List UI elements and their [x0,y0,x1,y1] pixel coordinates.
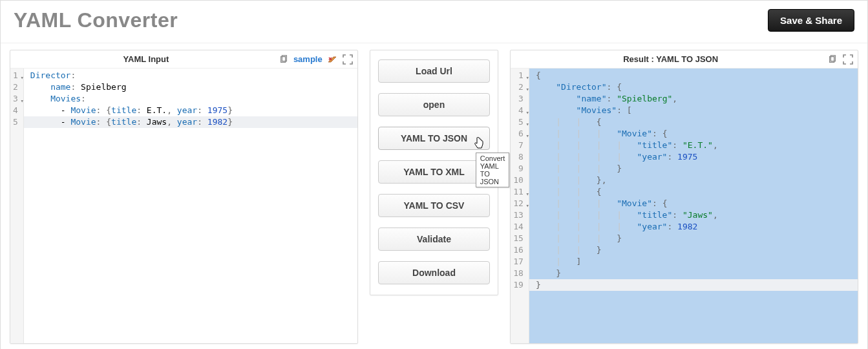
validate-button[interactable]: Validate [378,227,491,251]
yaml-input-title: YAML Input [14,54,278,64]
yaml-to-csv-button[interactable]: YAML TO CSV [378,194,491,217]
yaml-input-panel: YAML Input sample 12345 Director: [10,50,358,344]
page-title: YAML Converter [14,8,178,32]
input-gutter: 12345 [10,69,24,343]
result-panel: Result : YAML TO JSON 123456789101112131… [510,50,858,344]
yaml-input-header: YAML Input sample [10,50,357,69]
load-url-button[interactable]: Load Url [378,59,491,83]
yaml-to-json-button[interactable]: YAML TO JSON [378,127,491,150]
download-button[interactable]: Download [378,261,491,284]
copy-icon[interactable] [278,54,290,65]
fullscreen-result-icon[interactable] [842,54,854,65]
input-code[interactable]: Director: name: Spielberg Movies: - Movi… [24,69,357,343]
save-share-button[interactable]: Save & Share [768,9,854,32]
clear-icon[interactable] [326,54,338,65]
yaml-input-editor[interactable]: 12345 Director: name: Spielberg Movies: … [10,69,357,343]
result-editor[interactable]: 12345678910111213141516171819 { "Directo… [511,69,858,343]
copy-result-icon[interactable] [827,54,838,65]
sample-link[interactable]: sample [293,54,323,64]
yaml-to-xml-button[interactable]: YAML TO XML [378,160,491,184]
header: YAML Converter Save & Share [1,1,867,43]
output-gutter: 12345678910111213141516171819 [511,69,529,343]
open-button[interactable]: open [378,93,491,116]
fullscreen-icon[interactable] [342,54,354,65]
result-header: Result : YAML TO JSON [511,50,858,69]
tooltip: Convert YAML TO JSON [476,153,510,187]
workspace: YAML Input sample 12345 Director: [1,43,867,349]
result-title: Result : YAML TO JSON [514,54,827,64]
output-code[interactable]: { "Director": { "name": "Spielberg", "Mo… [529,69,858,343]
action-panel: Load Url open YAML TO JSON YAML TO XML Y… [370,50,499,295]
